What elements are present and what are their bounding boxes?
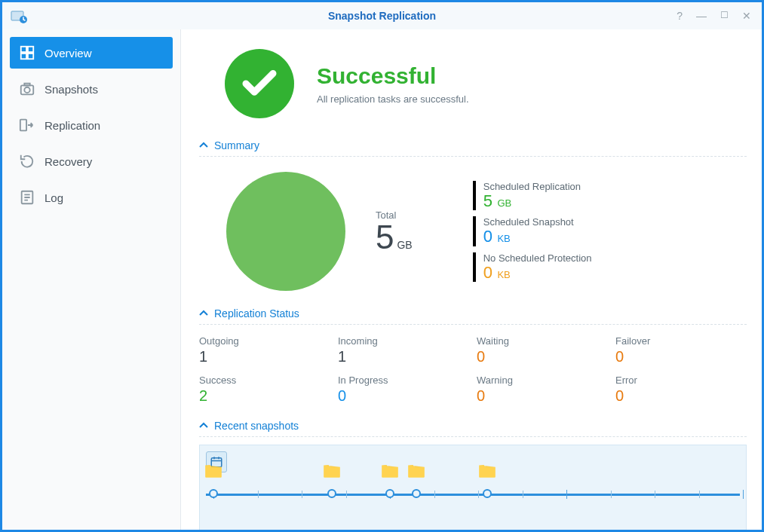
total-value: 5 — [376, 219, 394, 255]
timeline-marker[interactable] — [483, 489, 492, 498]
section-title: Replication Status — [214, 307, 299, 320]
status-hero: Successful All replication tasks are suc… — [225, 49, 747, 118]
rep-label: Failover — [615, 335, 747, 347]
rep-label: Waiting — [477, 335, 608, 347]
rep-label: Success — [199, 375, 330, 386]
timeline-marker[interactable] — [209, 489, 218, 498]
rep-label: In Progress — [338, 375, 469, 386]
replication-cell: Failover0 — [615, 335, 747, 365]
timeline-tick — [611, 491, 612, 498]
timeline-tick — [302, 491, 302, 498]
total-unit: GB — [397, 239, 412, 251]
section-title: Recent snapshots — [214, 420, 299, 432]
legend-label: Scheduled Replication — [483, 181, 592, 192]
timeline-marker[interactable] — [327, 489, 336, 498]
sidebar-item-label: Log — [44, 191, 63, 204]
rep-value: 1 — [199, 348, 330, 365]
app-icon — [10, 7, 28, 25]
success-check-icon — [225, 49, 294, 118]
section-toggle-replication[interactable]: Replication Status — [199, 303, 747, 325]
legend-label: No Scheduled Protection — [483, 252, 592, 264]
svg-rect-5 — [28, 54, 33, 59]
timeline-tick — [434, 491, 435, 498]
timeline-tick — [743, 490, 744, 499]
timeline-tick — [699, 491, 700, 498]
close-button[interactable]: ✕ — [742, 10, 751, 22]
help-button[interactable]: ? — [677, 10, 683, 22]
sidebar-item-label: Snapshots — [44, 83, 98, 96]
replication-cell: Outgoing1 — [199, 335, 330, 365]
svg-rect-9 — [20, 120, 26, 131]
replication-cell: Error0 — [615, 375, 747, 405]
legend-unit: GB — [497, 197, 511, 209]
timeline[interactable]: 11:00 12:00 13:00 — [199, 445, 747, 530]
snapshot-folder-icon[interactable] — [477, 462, 497, 478]
rep-value: 2 — [199, 387, 330, 405]
section-toggle-recent[interactable]: Recent snapshots — [199, 415, 747, 437]
timeline-marker[interactable] — [385, 489, 394, 498]
snapshot-folder-icon[interactable] — [322, 462, 342, 478]
status-headline: Successful — [317, 63, 469, 89]
rep-label: Error — [615, 375, 747, 386]
timeline-axis — [206, 494, 740, 496]
log-icon — [19, 189, 35, 206]
timeline-marker[interactable] — [412, 489, 421, 498]
rep-value: 0 — [615, 348, 747, 365]
rep-label: Outgoing — [199, 335, 330, 347]
sidebar: Overview Snapshots Replication Recovery — [2, 29, 180, 530]
legend-unit: KB — [497, 269, 510, 280]
replication-cell: Success2 — [199, 375, 330, 405]
total-block: Total 5GB — [376, 209, 413, 254]
sidebar-item-log[interactable]: Log — [10, 182, 173, 213]
sidebar-item-label: Recovery — [44, 155, 92, 168]
rep-label: Warning — [477, 375, 608, 386]
snapshot-folder-icon[interactable] — [204, 462, 223, 478]
snapshot-folder-icon[interactable] — [407, 462, 426, 478]
recovery-icon — [19, 153, 35, 170]
main-content: Successful All replication tasks are suc… — [181, 29, 762, 530]
sidebar-item-recovery[interactable]: Recovery — [10, 145, 173, 177]
replication-status-grid: Outgoing1Incoming1Waiting0Failover0Succe… — [199, 332, 747, 415]
chevron-up-icon — [199, 421, 208, 430]
svg-rect-2 — [21, 47, 26, 52]
minimize-button[interactable]: ― — [696, 10, 707, 22]
rep-value: 0 — [477, 387, 608, 405]
section-toggle-summary[interactable]: Summary — [199, 135, 747, 157]
replication-cell: Incoming1 — [338, 335, 469, 365]
legend-value: 0 — [483, 263, 492, 282]
usage-donut — [226, 172, 345, 291]
timeline-tick — [346, 491, 347, 498]
timeline-tick — [655, 491, 655, 498]
legend-value: 5 — [483, 191, 492, 210]
camera-icon — [19, 81, 35, 97]
legend-label: Scheduled Snapshot — [483, 216, 592, 228]
sidebar-item-snapshots[interactable]: Snapshots — [10, 73, 173, 105]
svg-rect-8 — [24, 84, 29, 86]
replication-cell: Waiting0 — [477, 335, 608, 365]
legend-scheduled-snapshot: Scheduled Snapshot 0 KB — [473, 216, 592, 246]
svg-rect-3 — [28, 47, 33, 52]
svg-rect-4 — [21, 54, 26, 59]
rep-value: 0 — [477, 348, 608, 365]
timeline-tick — [523, 491, 523, 498]
title-bar: Snapshot Replication ? ― ☐ ✕ — [2, 2, 762, 29]
snapshot-folder-icon[interactable] — [380, 462, 400, 478]
svg-point-7 — [24, 87, 29, 93]
replication-cell: Warning0 — [477, 375, 608, 405]
timeline-tick — [478, 491, 479, 498]
status-subtitle: All replication tasks are successful. — [317, 93, 469, 105]
summary-panel: Total 5GB Scheduled Replication 5 GB Sch… — [199, 164, 747, 303]
window-title: Snapshot Replication — [2, 10, 762, 22]
timeline-tick — [258, 491, 259, 498]
legend-no-protection: No Scheduled Protection 0 KB — [473, 252, 592, 282]
chevron-up-icon — [199, 309, 208, 318]
replication-cell: In Progress0 — [338, 375, 469, 405]
legend-scheduled-replication: Scheduled Replication 5 GB — [473, 181, 592, 210]
sidebar-item-replication[interactable]: Replication — [10, 109, 173, 141]
replication-icon — [19, 117, 35, 133]
sidebar-item-label: Replication — [44, 119, 100, 132]
rep-value: 0 — [338, 387, 469, 405]
maximize-button[interactable]: ☐ — [720, 10, 729, 22]
sidebar-item-overview[interactable]: Overview — [10, 37, 173, 69]
rep-value: 1 — [338, 348, 469, 365]
